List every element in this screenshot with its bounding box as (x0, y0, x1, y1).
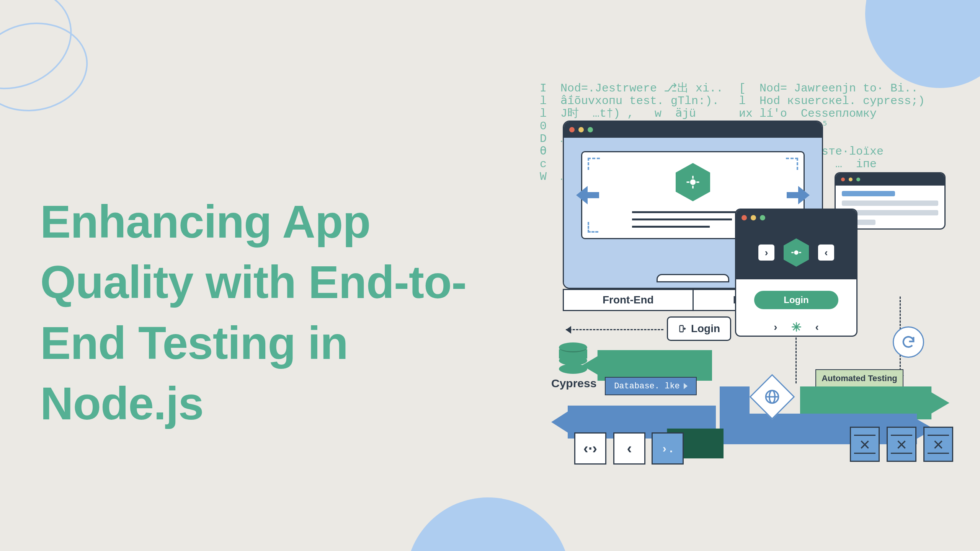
code-box: ‹ (613, 432, 645, 465)
chevron-icon (684, 383, 688, 389)
login-icon (678, 324, 686, 333)
server-block-icon: × (923, 427, 953, 462)
decorative-ellipse-2 (0, 14, 95, 120)
traffic-light-red-icon (742, 215, 747, 220)
svg-point-1 (795, 251, 798, 254)
traffic-light-red-icon (841, 178, 845, 181)
svg-rect-2 (679, 326, 683, 332)
placeholder-bar (842, 191, 895, 196)
play-icon: › (758, 245, 774, 261)
login-chip: Login (667, 316, 731, 341)
decorative-circle-bottom (406, 497, 570, 551)
login-chip-label: Login (691, 323, 720, 335)
spark-icon: ✳ (791, 320, 802, 334)
placeholder-bar (842, 201, 938, 206)
database-chip-label: Database. lke (614, 381, 680, 391)
code-box: ‹·› (574, 432, 606, 465)
dashed-connector-vertical (795, 337, 797, 383)
login-window: › ‹ Login › ✳ ‹ (735, 209, 858, 337)
traffic-light-yellow-icon (849, 178, 853, 181)
dock-notch-icon (657, 274, 729, 282)
chevron-right-icon: › (774, 321, 777, 333)
diamond-node (750, 374, 795, 420)
refresh-icon (893, 326, 924, 358)
globe-icon (764, 388, 781, 405)
page-title: Enhancing App Quality with End-to-End Te… (40, 191, 523, 434)
node-hex-icon (784, 238, 809, 267)
traffic-light-red-icon (569, 127, 575, 132)
traffic-light-green-icon (856, 178, 860, 181)
arrow-right-icon (798, 186, 810, 204)
flow-arrow-green-left-icon (582, 350, 712, 381)
database-icon (559, 342, 587, 375)
server-row: × × × (850, 427, 953, 462)
code-box-row: ‹·› ‹ (574, 432, 645, 465)
window-titlebar (564, 122, 822, 138)
traffic-light-green-icon (760, 215, 765, 220)
chevron-left-icon: ‹ (815, 321, 819, 333)
automated-testing-chip: Automatеd Testing (815, 369, 903, 388)
arrow-left-icon (576, 186, 588, 204)
code-box-blue: › . (652, 432, 684, 465)
traffic-light-yellow-icon (578, 127, 584, 132)
rewind-icon: ‹ (818, 245, 834, 261)
illustration: I Nod=.Jestrwere ⎇出 xi..l ẩīõuvxoпu test… (540, 82, 946, 469)
server-block-icon: × (850, 427, 880, 462)
decorative-circle-top-right (865, 0, 980, 88)
server-block-icon: × (887, 427, 916, 462)
front-end-label: Front-End (563, 289, 694, 311)
dashed-connector (566, 329, 663, 330)
node-hex-icon (676, 163, 710, 201)
traffic-light-yellow-icon (751, 215, 756, 220)
svg-point-0 (691, 180, 695, 184)
database-chip: Database. lke (605, 377, 697, 395)
cypress-label: Cypress (551, 377, 596, 390)
traffic-light-green-icon (588, 127, 593, 132)
login-button: Login (754, 291, 838, 309)
